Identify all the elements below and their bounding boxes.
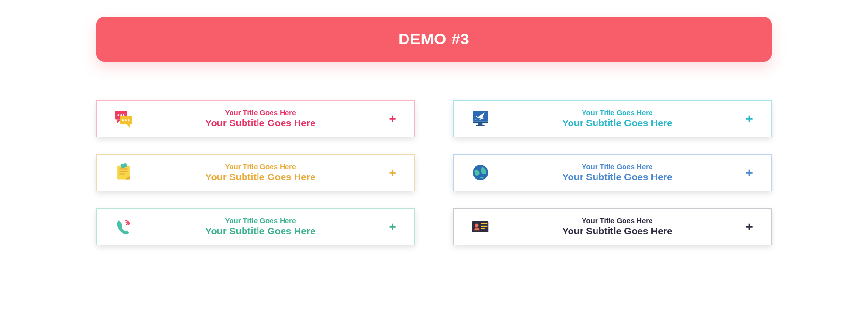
expand-button[interactable]: +	[371, 155, 414, 191]
svg-marker-6	[126, 124, 130, 128]
globe-icon	[454, 155, 507, 191]
id-card-icon	[454, 209, 507, 245]
expand-button[interactable]: +	[371, 101, 414, 137]
svg-rect-28	[481, 223, 487, 224]
accordion-card-chat[interactable]: Your Title Goes Here Your Subtitle Goes …	[96, 100, 415, 137]
svg-point-9	[128, 119, 130, 121]
accordion-card-phone[interactable]: Your Title Goes Here Your Subtitle Goes …	[96, 208, 415, 245]
accordion-card-computer[interactable]: Your Title Goes Here Your Subtitle Goes …	[453, 100, 772, 137]
card-title: Your Title Goes Here	[225, 109, 296, 117]
svg-point-15	[476, 119, 477, 120]
sticky-note-icon	[97, 155, 150, 191]
expand-button[interactable]: +	[371, 209, 414, 245]
card-subtitle: Your Subtitle Goes Here	[562, 172, 673, 183]
plus-icon: +	[746, 220, 753, 233]
svg-rect-11	[473, 122, 488, 123]
card-text: Your Title Goes Here Your Subtitle Goes …	[150, 209, 371, 245]
card-title: Your Title Goes Here	[582, 217, 653, 225]
svg-rect-21	[119, 171, 127, 172]
svg-rect-22	[119, 173, 125, 174]
chat-bubbles-icon	[97, 101, 150, 137]
expand-button[interactable]: +	[728, 101, 771, 137]
svg-point-16	[475, 118, 475, 119]
demo-header-banner: DEMO #3	[96, 17, 772, 62]
svg-rect-20	[119, 168, 127, 169]
svg-point-3	[120, 114, 122, 116]
svg-rect-30	[481, 228, 485, 229]
demo-header-title: DEMO #3	[398, 30, 469, 48]
card-text: Your Title Goes Here Your Subtitle Goes …	[150, 101, 371, 137]
svg-point-7	[122, 119, 124, 121]
card-subtitle: Your Subtitle Goes Here	[205, 226, 316, 237]
card-subtitle: Your Subtitle Goes Here	[562, 226, 673, 237]
plus-icon: +	[389, 112, 396, 125]
svg-point-8	[125, 119, 127, 121]
accordion-card-note[interactable]: Your Title Goes Here Your Subtitle Goes …	[96, 154, 415, 191]
card-subtitle: Your Subtitle Goes Here	[562, 118, 673, 129]
card-title: Your Title Goes Here	[582, 163, 653, 171]
card-title: Your Title Goes Here	[582, 109, 653, 117]
accordion-card-idcard[interactable]: Your Title Goes Here Your Subtitle Goes …	[453, 208, 772, 245]
card-text: Your Title Goes Here Your Subtitle Goes …	[150, 155, 371, 191]
card-text: Your Title Goes Here Your Subtitle Goes …	[507, 101, 728, 137]
phone-ringing-icon	[97, 209, 150, 245]
svg-point-25	[126, 224, 128, 225]
svg-point-27	[475, 224, 478, 227]
card-subtitle: Your Subtitle Goes Here	[205, 172, 316, 183]
plus-icon: +	[746, 166, 753, 179]
card-text: Your Title Goes Here Your Subtitle Goes …	[507, 155, 728, 191]
svg-point-4	[123, 114, 125, 116]
cards-grid: Your Title Goes Here Your Subtitle Goes …	[96, 100, 772, 245]
expand-button[interactable]: +	[728, 209, 771, 245]
plus-icon: +	[389, 220, 396, 233]
svg-rect-13	[476, 125, 484, 126]
card-title: Your Title Goes Here	[225, 163, 296, 171]
card-subtitle: Your Subtitle Goes Here	[205, 118, 316, 129]
accordion-card-globe[interactable]: Your Title Goes Here Your Subtitle Goes …	[453, 154, 772, 191]
svg-rect-12	[478, 123, 483, 125]
svg-point-17	[476, 116, 477, 117]
svg-rect-29	[481, 226, 487, 227]
card-text: Your Title Goes Here Your Subtitle Goes …	[507, 209, 728, 245]
expand-button[interactable]: +	[728, 155, 771, 191]
computer-send-icon	[454, 101, 507, 137]
plus-icon: +	[746, 112, 753, 125]
card-title: Your Title Goes Here	[225, 217, 296, 225]
svg-point-2	[117, 114, 119, 116]
plus-icon: +	[389, 166, 396, 179]
